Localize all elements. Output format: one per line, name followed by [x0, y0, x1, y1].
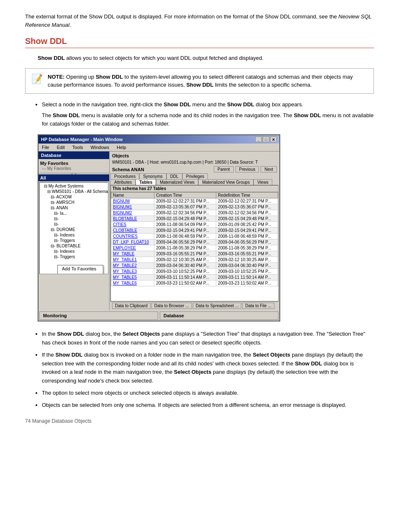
- cell-13-0[interactable]: MY_TABLE5: [111, 275, 154, 280]
- table-name-link[interactable]: BLOBTABLE: [113, 216, 137, 221]
- note-label: NOTE:: [48, 74, 64, 80]
- table-name-link[interactable]: BIGNUM: [113, 199, 130, 203]
- note-text: Opening up Show DDL to the system-level …: [48, 74, 353, 88]
- bullet1-sub: The Show DDL menu is available only for …: [42, 111, 374, 128]
- cell-8-1: 2008-11-08 05:38:29 PM P...: [154, 245, 216, 251]
- section-desc-text: allows you to select objects for which y…: [65, 55, 263, 61]
- context-menu: Add To Favorites Refresh Show DDL ↗ Show…: [57, 265, 103, 274]
- table-row: BIGNUM2009-02-12 02:27:31 PM P...2009-02…: [111, 198, 278, 204]
- cell-10-0[interactable]: MY_TABLE1: [111, 257, 154, 263]
- bottom-panels: Monitoring Database: [39, 311, 279, 320]
- database-panel-btn[interactable]: Database: [160, 311, 279, 320]
- intro-text2: .: [69, 22, 71, 28]
- table-name-link[interactable]: CLOBTABLE: [113, 228, 137, 233]
- table-name-link[interactable]: BIGNUM1: [113, 205, 132, 209]
- col-redefinition: Redefinition Time: [216, 193, 278, 198]
- cell-14-0[interactable]: MY_TABLE6: [111, 280, 154, 286]
- tree-item-amrsch: ⊟- AMRSCH: [41, 200, 107, 205]
- btn-clipboard[interactable]: Data to Clipboard: [112, 303, 151, 309]
- table-name-link[interactable]: EMPLOYEE: [113, 246, 136, 250]
- cell-5-0[interactable]: CLOBTABLE: [111, 228, 154, 234]
- table-name-link[interactable]: CITIES: [113, 222, 126, 227]
- btn-browser[interactable]: Data to Browser ...: [151, 303, 192, 309]
- menu-tools[interactable]: Tools: [71, 144, 85, 150]
- table-name-link[interactable]: MY_TABLE1: [113, 257, 137, 262]
- window-titlebar: HP Database Manager - Main Window _ □ ✕: [38, 135, 279, 144]
- cell-0-2: 2009-02-12 02:27:31 PM P...: [216, 198, 278, 204]
- tab-privileges[interactable]: Privileges: [182, 173, 208, 179]
- tree-header: All: [38, 175, 109, 181]
- table-name-link[interactable]: MY_TABLE5: [113, 275, 137, 280]
- tab-procedures[interactable]: Procedures: [110, 173, 139, 179]
- table-row: CITIES2008-11-08 06:54:09 PM P...2009-01…: [111, 222, 278, 228]
- table-name-link[interactable]: MY_TABLE2: [113, 263, 137, 268]
- table-name-link[interactable]: MY_TABLE6: [113, 281, 137, 285]
- tree-item-sub2: ⊟-: [41, 216, 107, 221]
- menu-edit[interactable]: Edit: [55, 144, 66, 150]
- table-row: MY_TABLE62009-03-23 11:50:02 AM P...2009…: [111, 280, 278, 286]
- table-name-link[interactable]: BIGNUM2: [113, 211, 132, 215]
- tab-attributes[interactable]: Attributes: [110, 179, 136, 185]
- page-number: 74: [25, 418, 31, 424]
- note-box: 📝 NOTE: Opening up Show DDL to the syste…: [25, 68, 374, 94]
- next-button[interactable]: Next: [261, 166, 277, 172]
- table-area: This schema has 27 Tables Name Creation …: [110, 185, 279, 301]
- cell-7-0[interactable]: DT_LKP_FLOAT10: [111, 239, 154, 245]
- tab-synonyms[interactable]: Synonyms: [139, 173, 166, 179]
- cell-3-0[interactable]: BLOBTABLE: [111, 216, 154, 222]
- table-body: BIGNUM2009-02-12 02:27:31 PM P...2009-02…: [111, 198, 278, 286]
- connection-text: WMS0101 - DBA - [ Host: wms0101.cup.hp.c…: [112, 160, 258, 164]
- ctx-refresh[interactable]: Refresh: [58, 272, 103, 274]
- tab-tables[interactable]: Tables: [136, 179, 156, 185]
- cell-0-0[interactable]: BIGNUM: [111, 198, 154, 204]
- monitoring-panel-btn[interactable]: Monitoring: [39, 311, 158, 320]
- cell-2-0[interactable]: BIGNUM2: [111, 210, 154, 216]
- window-menubar: File Edit Tools Windows Help: [38, 144, 279, 152]
- table-row: MY_TABLE52009-03-11 11:50:14 AM P...2009…: [111, 275, 278, 280]
- table-head: Name Creation Time Redefinition Time: [111, 193, 278, 198]
- cell-8-0[interactable]: EMPLOYEE: [111, 245, 154, 251]
- cell-11-0[interactable]: MY_TABLE2: [111, 263, 154, 269]
- btn-file[interactable]: Data to File ...: [242, 303, 274, 309]
- cell-7-1: 2009-04-06 05:56:29 PM P...: [154, 239, 216, 245]
- table-row: BLOBTABLE2009-02-15 04:29:48 PM P...2009…: [111, 216, 278, 222]
- cell-12-0[interactable]: MY_TABLE3: [111, 269, 154, 275]
- tab-mat-view-groups[interactable]: Materialized View Groups: [198, 179, 253, 185]
- tab-materialized-views[interactable]: Materialized Views: [156, 179, 198, 185]
- close-button[interactable]: ✕: [270, 136, 277, 142]
- table-name-link[interactable]: MY_TABLE3: [113, 269, 137, 274]
- ctx-add-favorites[interactable]: Add To Favorites: [58, 265, 103, 272]
- parent-button[interactable]: Parent: [214, 166, 233, 172]
- cell-3-1: 2009-02-15 04:29:48 PM P...: [154, 216, 216, 222]
- table-name-link[interactable]: DT_LKP_FLOAT10: [113, 240, 149, 244]
- menu-windows[interactable]: Windows: [89, 144, 111, 150]
- table-name-link[interactable]: COUNTRIES: [113, 234, 138, 239]
- bullet1-text: Select a node in the navigation tree, ri…: [42, 101, 303, 108]
- cell-4-1: 2008-11-08 06:54:09 PM P...: [154, 222, 216, 228]
- table-name-link[interactable]: MY_TABLE: [113, 252, 135, 256]
- previous-button[interactable]: Previous: [235, 166, 259, 172]
- tree-item-durome: ⊟- DUROME: [41, 227, 107, 232]
- tab-views[interactable]: Views: [253, 179, 272, 185]
- table-row: BIGNUM12009-02-13 05:36:07 PM P...2009-0…: [111, 204, 278, 210]
- cell-6-0[interactable]: COUNTRIES: [111, 234, 154, 239]
- table-row: MY_TABLE32009-03-10 10:52:25 PM P...2009…: [111, 269, 278, 275]
- table-row: MY_TABLE12009-02-12 10:30:25 AM P...2009…: [111, 257, 278, 263]
- cell-9-0[interactable]: MY_TABLE: [111, 251, 154, 257]
- favorites-section: My Favorites --- My Favorites: [38, 159, 109, 173]
- maximize-button[interactable]: □: [263, 136, 269, 142]
- cell-2-2: 2009-02-12 02:34:56 PM P...: [216, 210, 278, 216]
- cell-5-1: 2009-02-15 04:29:41 PM P...: [154, 228, 216, 234]
- cell-1-0[interactable]: BIGNUM1: [111, 204, 154, 210]
- cell-13-2: 2009-03-11 11:50:14 AM P...: [216, 275, 278, 280]
- tree-content[interactable]: ⊟ My Active Systems ⊟ WMS0101 - DBA - Al…: [39, 182, 108, 274]
- cell-4-0[interactable]: CITIES: [111, 222, 154, 228]
- minimize-button[interactable]: _: [255, 136, 262, 142]
- menu-file[interactable]: File: [40, 144, 51, 150]
- tree-item-ia: ⊟- Ia...: [41, 211, 107, 216]
- cell-7-2: 2009-04-06 05:56:29 PM P...: [216, 239, 278, 245]
- btn-spreadsheet[interactable]: Data to Spreadsheet ...: [193, 303, 242, 309]
- menu-help[interactable]: Help: [115, 144, 128, 150]
- nav-buttons: Parent Previous Next: [214, 166, 277, 172]
- tab-ddl[interactable]: DDL: [166, 173, 182, 179]
